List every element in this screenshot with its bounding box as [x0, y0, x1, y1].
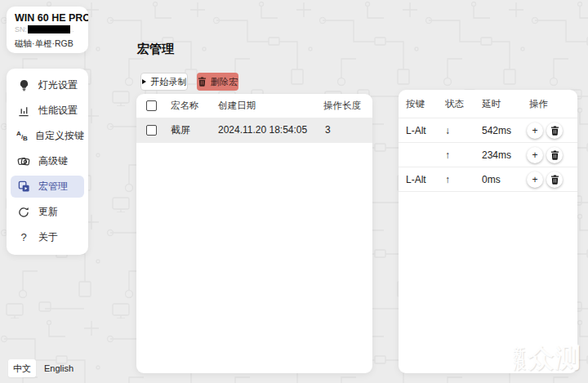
delete-step-button[interactable]	[546, 122, 563, 139]
sidebar-item-about[interactable]: ? 关于	[11, 225, 84, 250]
sidebar-item-update[interactable]: 更新	[11, 199, 84, 225]
sidebar-item-advanced-keys[interactable]: 高级键	[11, 149, 84, 174]
sidebar-item-custom-keys[interactable]: A/B 自定义按键	[11, 123, 84, 149]
watermark-small-text: 新 浪	[513, 347, 525, 370]
steps-table-header: 按键 状态 延时 操作	[399, 90, 577, 118]
step-state-arrow: ↑	[445, 167, 450, 192]
sidebar-item-label: 灯光设置	[38, 78, 78, 92]
sidebar-item-label: 自定义按键	[35, 129, 84, 143]
delete-step-button[interactable]	[546, 171, 563, 188]
add-step-button[interactable]: +	[527, 122, 543, 139]
state-header: 状态	[445, 90, 464, 118]
start-recording-button[interactable]: 开始录制	[140, 73, 188, 91]
step-delay: 542ms	[482, 118, 511, 143]
language-english-button[interactable]: English	[44, 359, 74, 377]
sidebar-item-lighting[interactable]: 灯光设置	[11, 73, 84, 98]
device-serial: SN:..	[15, 25, 88, 33]
plus-icon: +	[532, 118, 537, 143]
delete-macro-label: 删除宏	[211, 76, 238, 88]
watermark-large-text: 众测	[528, 341, 581, 376]
macro-name-cell: 截屏	[171, 118, 190, 143]
key-header: 按键	[406, 90, 425, 118]
row-checkbox[interactable]	[146, 125, 157, 136]
plus-icon: +	[532, 167, 537, 192]
macro-table-row[interactable]: 截屏 2024.11.20 18:54:05 3	[136, 118, 372, 143]
step-delay: 234ms	[482, 143, 511, 167]
sidebar-item-label: 性能设置	[38, 104, 78, 118]
step-delay: 0ms	[482, 167, 501, 192]
create-date-header: 创建日期	[218, 94, 256, 118]
sidebar-item-label: 高级键	[38, 154, 68, 168]
ab-keys-icon: A/B	[16, 131, 28, 142]
trash-icon	[198, 77, 207, 87]
update-icon	[16, 207, 31, 218]
plus-icon: +	[532, 143, 537, 167]
step-state-arrow: ↓	[445, 118, 450, 143]
macro-table-header: 宏名称 创建日期 操作长度	[136, 94, 372, 118]
delay-header: 延时	[482, 90, 501, 118]
macro-play-icon	[16, 180, 31, 193]
add-step-button[interactable]: +	[527, 147, 543, 163]
step-state-arrow: ↑	[445, 143, 450, 167]
start-recording-label: 开始录制	[151, 76, 187, 88]
step-row: L-Alt ↓ 542ms +	[399, 118, 577, 143]
sidebar-item-macro[interactable]: 宏管理	[11, 176, 84, 198]
step-key: L-Alt	[406, 167, 426, 192]
delete-macro-button[interactable]: 删除宏	[197, 73, 238, 91]
step-row: ↑ 234ms +	[399, 143, 577, 167]
language-chinese-button[interactable]: 中文	[8, 359, 36, 377]
macro-steps-panel: 按键 状态 延时 操作 L-Alt ↓ 542ms + ↑ 234ms + L-…	[399, 90, 577, 373]
trash-icon	[550, 175, 559, 185]
add-step-button[interactable]: +	[527, 171, 543, 188]
question-icon: ?	[16, 231, 31, 243]
watermark: 新 浪 众测	[513, 341, 581, 376]
app-window: WIN 60 HE PRO SN:.. 磁轴·单橙·RGB 灯光设置 性能设置 …	[0, 0, 588, 383]
sn-suffix: ..	[70, 26, 74, 33]
macro-list-panel: 宏名称 创建日期 操作长度 截屏 2024.11.20 18:54:05 3	[136, 94, 372, 373]
delete-step-button[interactable]	[546, 147, 563, 163]
advanced-keys-icon	[16, 155, 31, 167]
step-row: L-Alt ↑ 0ms +	[399, 167, 577, 192]
sidebar-item-performance[interactable]: 性能设置	[11, 98, 84, 123]
sidebar-menu: 灯光设置 性能设置 A/B 自定义按键 高级键 宏管理	[7, 69, 88, 255]
create-date-cell: 2024.11.20 18:54:05	[218, 118, 307, 143]
device-name: WIN 60 HE PRO	[15, 12, 88, 24]
bar-chart-icon	[16, 105, 31, 117]
device-info-card: WIN 60 HE PRO SN:.. 磁轴·单橙·RGB	[7, 7, 88, 53]
sidebar-item-label: 宏管理	[38, 180, 68, 194]
device-spec: 磁轴·单橙·RGB	[15, 38, 88, 50]
sn-redacted-box	[28, 25, 70, 33]
sn-label: SN:	[15, 25, 27, 33]
watermark-char: 浪	[513, 359, 525, 370]
trash-icon	[550, 126, 559, 136]
trash-icon	[550, 150, 559, 160]
sidebar-item-label: 更新	[38, 205, 58, 219]
play-icon	[142, 79, 146, 84]
select-all-checkbox[interactable]	[146, 100, 157, 111]
lightbulb-icon	[16, 79, 31, 91]
action-header: 操作	[529, 90, 548, 118]
length-header: 操作长度	[323, 94, 361, 118]
step-key: L-Alt	[406, 118, 426, 143]
page-title: 宏管理	[137, 42, 174, 57]
macro-name-header: 宏名称	[171, 94, 199, 118]
sidebar-item-label: 关于	[38, 230, 58, 244]
length-cell: 3	[325, 118, 331, 143]
